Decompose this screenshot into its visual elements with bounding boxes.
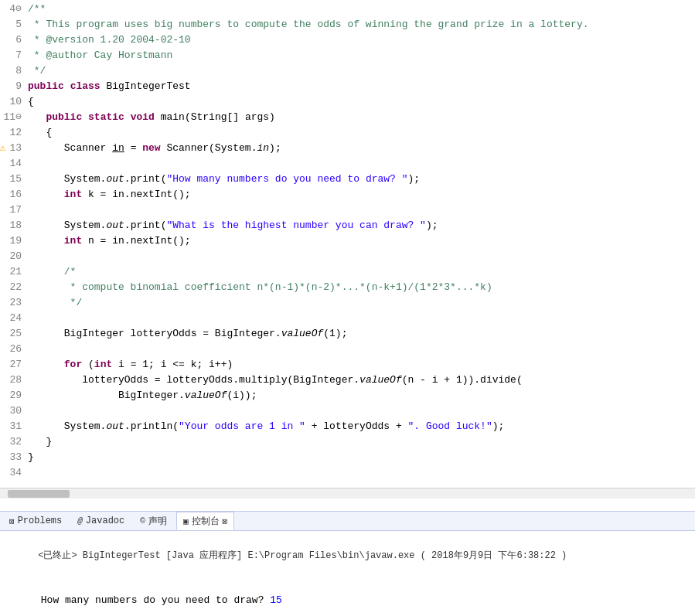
tab-declaration[interactable]: © 声明 (134, 512, 173, 530)
line-content-4: /** (28, 2, 695, 17)
code-line-18: 18 System.out.print("What is the highest… (0, 218, 695, 233)
tab-javadoc[interactable]: @ Javadoc (71, 512, 131, 530)
line-num-28: 28 (0, 373, 28, 388)
line-content-11: public static void main(String[] args) (28, 110, 695, 125)
line-num-19: 19 (0, 233, 28, 249)
line-content-6: * @version 1.20 2004-02-10 (28, 32, 695, 48)
code-line-27: 27 for (int i = 1; i <= k; i++) (0, 357, 695, 373)
bottom-panel: ⊠ Problems @ Javadoc © 声明 ▣ 控制台 ⊠ <已终止> … (0, 511, 695, 616)
line-num-9: 9 (0, 79, 28, 94)
code-line-7: 7 * @author Cay Horstmann (0, 48, 695, 63)
code-lines: 4⊖ /** 5 * This program uses big numbers… (0, 0, 695, 482)
code-line-13: ⚠ 13 Scanner in = new Scanner(System.in)… (0, 141, 695, 156)
console-close-icon: ⊠ (223, 516, 228, 526)
code-line-32: 32 } (0, 434, 695, 450)
line-num-14: 14 (0, 156, 28, 172)
line-num-22: 22 (0, 280, 28, 295)
line-num-11: 11⊖ (0, 110, 28, 125)
line-num-23: 23 (0, 295, 28, 311)
line-num-6: 6 (0, 32, 28, 48)
line-num-33: 33 (0, 450, 28, 465)
line-content-7: * @author Cay Horstmann (28, 48, 695, 63)
line-num-24: 24 (0, 311, 28, 326)
code-editor: 4⊖ /** 5 * This program uses big numbers… (0, 0, 695, 499)
terminated-text: <已终止> BigIntegerTest [Java 应用程序] E:\Prog… (38, 550, 567, 561)
line-num-32: 32 (0, 434, 28, 450)
tab-console[interactable]: ▣ 控制台 ⊠ (176, 512, 234, 530)
tab-console-label: 控制台 (192, 515, 220, 528)
line-content-25: BigInteger lotteryOdds = BigInteger.valu… (28, 326, 695, 342)
code-line-33: 33 } (0, 450, 695, 465)
console-terminated-line: <已终止> BigIntegerTest [Java 应用程序] E:\Prog… (5, 534, 690, 578)
code-line-15: 15 System.out.print("How many numbers do… (0, 172, 695, 187)
line-num-21: 21 (0, 264, 28, 280)
line-num-30: 30 (0, 403, 28, 419)
code-line-31: 31 System.out.println("Your odds are 1 i… (0, 419, 695, 434)
code-line-6: 6 * @version 1.20 2004-02-10 (0, 32, 695, 48)
line-num-4: 4⊖ (0, 2, 28, 17)
line-num-18: 18 (0, 218, 28, 233)
code-line-26: 26 (0, 342, 695, 357)
line-content-19: int n = in.nextInt(); (28, 233, 695, 249)
code-line-10: 10 { (0, 94, 695, 110)
code-line-29: 29 BigInteger.valueOf(i)); (0, 388, 695, 403)
code-line-17: 17 (0, 202, 695, 218)
line-num-10: 10 (0, 94, 28, 110)
code-line-30: 30 (0, 403, 695, 419)
line-num-20: 20 (0, 249, 28, 264)
tab-problems-label: Problems (18, 516, 63, 526)
code-line-4: 4⊖ /** (0, 2, 695, 17)
code-line-24: 24 (0, 311, 695, 326)
declaration-icon: © (140, 516, 145, 526)
line-content-31: System.out.println("Your odds are 1 in "… (28, 419, 695, 434)
tab-problems[interactable]: ⊠ Problems (3, 512, 68, 530)
code-line-11: 11⊖ public static void main(String[] arg… (0, 110, 695, 125)
line-content-12: { (28, 125, 695, 141)
code-line-14: 14 (0, 156, 695, 172)
line-content-13: Scanner in = new Scanner(System.in); (28, 141, 695, 156)
code-line-22: 22 * compute binomial coefficient n*(n-1… (0, 280, 695, 295)
code-line-8: 8 */ (0, 63, 695, 79)
line-content-32: } (28, 434, 695, 450)
line-content-15: System.out.print("How many numbers do yo… (28, 172, 695, 187)
code-line-20: 20 (0, 249, 695, 264)
line-content-28: lotteryOdds = lotteryOdds.multiply(BigIn… (28, 373, 695, 388)
line-num-27: 27 (0, 357, 28, 373)
line-content-21: /* (28, 264, 695, 280)
line-content-29: BigInteger.valueOf(i)); (28, 388, 695, 403)
code-line-19: 19 int n = in.nextInt(); (0, 233, 695, 249)
line-content-9: public class BigIntegerTest (28, 79, 695, 94)
code-line-25: 25 BigInteger lotteryOdds = BigInteger.v… (0, 326, 695, 342)
line-num-5: 5 (0, 17, 28, 32)
code-line-34: 34 (0, 465, 695, 481)
line-content-22: * compute binomial coefficient n*(n-1)*(… (28, 280, 695, 295)
code-line-21: 21 /* (0, 264, 695, 280)
line-content-8: */ (28, 63, 695, 79)
console-line-1: How many numbers do you need to draw? 15 (5, 578, 690, 616)
line-content-5: * This program uses big numbers to compu… (28, 17, 695, 32)
line-content-27: for (int i = 1; i <= k; i++) (28, 357, 695, 373)
javadoc-icon: @ (77, 516, 83, 526)
line-num-26: 26 (0, 342, 28, 357)
console-area: <已终止> BigIntegerTest [Java 应用程序] E:\Prog… (0, 531, 695, 616)
line-content-18: System.out.print("What is the highest nu… (28, 218, 695, 233)
line-num-17: 17 (0, 202, 28, 218)
console-icon: ▣ (183, 516, 189, 526)
tab-javadoc-label: Javadoc (86, 516, 124, 526)
horizontal-scrollbar[interactable] (0, 488, 695, 499)
code-line-23: 23 */ (0, 295, 695, 311)
code-line-9: 9 public class BigIntegerTest (0, 79, 695, 94)
tab-declaration-label: 声明 (148, 515, 167, 528)
line-content-16: int k = in.nextInt(); (28, 187, 695, 202)
problems-icon: ⊠ (9, 516, 15, 526)
code-line-16: 16 int k = in.nextInt(); (0, 187, 695, 202)
line-num-15: 15 (0, 172, 28, 187)
line-num-25: 25 (0, 326, 28, 342)
line-num-34: 34 (0, 465, 28, 481)
code-line-5: 5 * This program uses big numbers to com… (0, 17, 695, 32)
hscroll-thumb[interactable] (8, 490, 70, 498)
line-num-16: 16 (0, 187, 28, 202)
code-line-28: 28 lotteryOdds = lotteryOdds.multiply(Bi… (0, 373, 695, 388)
bottom-tabs: ⊠ Problems @ Javadoc © 声明 ▣ 控制台 ⊠ (0, 511, 695, 531)
line-num-8: 8 (0, 63, 28, 79)
